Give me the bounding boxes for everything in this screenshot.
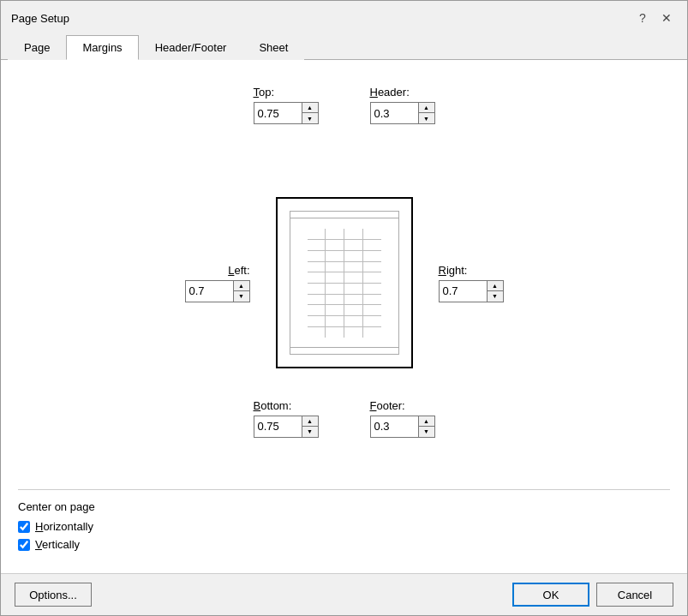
vertically-label: Vertically (35, 538, 80, 551)
bottom-spinner: ▲ ▼ (254, 416, 319, 438)
horizontally-checkbox[interactable] (18, 521, 30, 533)
header-field-group: Header: ▲ ▼ (370, 86, 435, 167)
dialog-title: Page Setup (11, 12, 69, 25)
top-spinner-buttons: ▲ ▼ (302, 103, 318, 123)
vertically-checkbox-row[interactable]: Vertically (18, 538, 670, 551)
page-setup-dialog: Page Setup ? ✕ Page Margins Header/Foote… (0, 0, 688, 616)
bottom-spin-down[interactable]: ▼ (302, 427, 318, 437)
grid-row (308, 327, 381, 338)
left-spin-up[interactable]: ▲ (234, 281, 249, 291)
page-inner-grid (308, 229, 381, 337)
options-button[interactable]: Options... (15, 583, 92, 607)
footer-left: Options... (15, 583, 506, 607)
right-spin-up[interactable]: ▲ (488, 281, 503, 291)
header-spin-down[interactable]: ▼ (419, 113, 434, 123)
footer-field-group: Footer: ▲ ▼ (370, 399, 435, 481)
top-spin-down[interactable]: ▼ (302, 113, 318, 123)
margins-layout: Top: ▲ ▼ Header: ▲ (18, 77, 670, 481)
tab-bar: Page Margins Header/Footer Sheet (1, 35, 687, 60)
help-button[interactable]: ? (632, 8, 653, 28)
left-spinner: ▲ ▼ (185, 280, 250, 302)
right-spin-down[interactable]: ▼ (488, 291, 503, 302)
header-label: Header: (370, 86, 410, 99)
tab-sheet[interactable]: Sheet (242, 35, 304, 60)
right-spinner: ▲ ▼ (439, 280, 504, 302)
bottom-section: Bottom: ▲ ▼ Footer: ▲ (18, 399, 670, 481)
header-spin-up[interactable]: ▲ (419, 103, 434, 113)
vertically-checkbox[interactable] (18, 539, 30, 551)
top-spin-up[interactable]: ▲ (302, 103, 318, 113)
bottom-spinner-buttons: ▲ ▼ (302, 416, 318, 437)
grid-row (308, 272, 381, 284)
grid-row (308, 284, 381, 295)
left-input[interactable] (186, 281, 233, 302)
bottom-label: Bottom: (254, 399, 292, 412)
tab-header-footer[interactable]: Header/Footer (139, 35, 243, 60)
grid-row (308, 251, 381, 262)
top-spinner: ▲ ▼ (254, 102, 319, 124)
close-button[interactable]: ✕ (656, 8, 677, 28)
right-input[interactable] (440, 281, 487, 302)
page-preview (276, 197, 413, 368)
left-spinner-buttons: ▲ ▼ (233, 281, 249, 302)
bottom-buttons: OK Cancel (512, 583, 673, 607)
grid-row (308, 240, 381, 251)
left-label: Left: (228, 264, 249, 277)
tab-margins[interactable]: Margins (66, 35, 138, 60)
footer-spinner: ▲ ▼ (370, 416, 435, 438)
title-bar: Page Setup ? ✕ (1, 1, 687, 35)
footer-label: Footer: (370, 399, 405, 412)
dialog-footer: Options... OK Cancel (1, 573, 687, 615)
left-field-group: Left: ▲ ▼ (105, 264, 276, 302)
grid-row (308, 316, 381, 327)
tab-page[interactable]: Page (8, 35, 66, 60)
footer-spin-down[interactable]: ▼ (419, 427, 434, 437)
grid-row (308, 229, 381, 240)
right-field-group: Right: ▲ ▼ (413, 264, 584, 302)
center-on-page-section: Center on page Horizontally Vertically (18, 489, 670, 556)
bottom-spin-up[interactable]: ▲ (302, 416, 318, 427)
page-footer-line (290, 347, 399, 348)
grid-row (308, 295, 381, 306)
bottom-field-group: Bottom: ▲ ▼ (254, 399, 319, 481)
cancel-button[interactable]: Cancel (596, 583, 673, 607)
footer-spin-up[interactable]: ▲ (419, 416, 434, 427)
ok-button[interactable]: OK (512, 583, 589, 607)
horizontally-checkbox-row[interactable]: Horizontally (18, 520, 670, 533)
center-on-page-title: Center on page (18, 500, 670, 513)
top-section: Top: ▲ ▼ Header: ▲ (18, 77, 670, 167)
left-spin-down[interactable]: ▼ (234, 291, 249, 302)
title-bar-buttons: ? ✕ (632, 8, 677, 28)
top-field-group: Top: ▲ ▼ (254, 86, 319, 167)
horizontally-label: Horizontally (35, 520, 93, 533)
top-input[interactable] (254, 103, 302, 123)
footer-input[interactable] (371, 416, 418, 437)
middle-section: Left: ▲ ▼ (18, 176, 670, 390)
header-spinner: ▲ ▼ (370, 102, 435, 124)
header-spinner-buttons: ▲ ▼ (418, 103, 434, 123)
header-input[interactable] (371, 103, 418, 123)
dialog-content: Top: ▲ ▼ Header: ▲ (1, 60, 687, 573)
bottom-input[interactable] (254, 416, 302, 437)
grid-row (308, 305, 381, 316)
top-label: Top: (254, 86, 275, 99)
page-header-line (290, 218, 399, 218)
grid-row (308, 262, 381, 273)
right-spinner-buttons: ▲ ▼ (487, 281, 503, 302)
right-label: Right: (439, 264, 468, 277)
footer-spinner-buttons: ▲ ▼ (418, 416, 434, 437)
